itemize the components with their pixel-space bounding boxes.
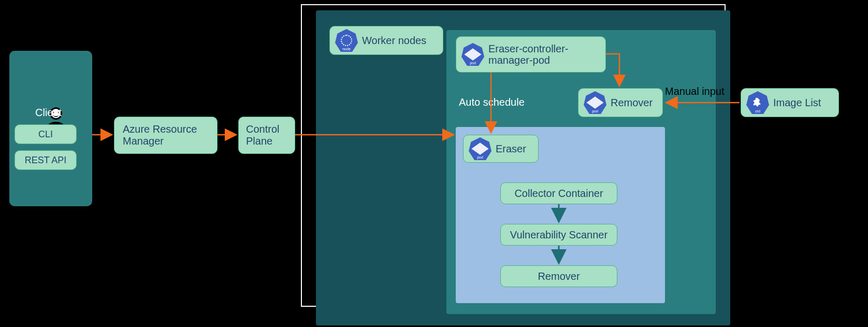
arm-box: Azure Resource Manager	[114, 117, 218, 154]
arm-label: Azure Resource Manager	[123, 123, 212, 147]
remover-pod-box: pod Remover	[578, 88, 663, 117]
control-plane-label: Control Plane	[246, 123, 290, 147]
restapi-box: REST API	[15, 150, 77, 170]
remover-step-box: Remover	[500, 265, 617, 287]
cli-box: CLI	[15, 124, 77, 144]
cli-label: CLI	[38, 129, 53, 140]
pod-icon: pod	[461, 43, 484, 66]
control-plane-box: Control Plane	[238, 117, 295, 154]
eraser-label: Eraser	[496, 143, 526, 155]
crd-icon: crd	[746, 91, 769, 114]
pod-icon: pod	[584, 91, 606, 114]
image-list-label: Image List	[773, 97, 821, 109]
client-panel: Client CLI REST API	[9, 51, 92, 206]
manual-input-label: Manual input	[665, 86, 725, 97]
remover-step-label: Remover	[538, 271, 580, 282]
vuln-label: Vulnerability Scanner	[510, 229, 607, 241]
pod-icon: pod	[469, 137, 491, 160]
node-icon: node	[335, 29, 358, 52]
collector-label: Collector Container	[514, 188, 603, 200]
auto-schedule-label: Auto schedule	[459, 96, 525, 108]
worker-nodes-box: node Worker nodes	[329, 26, 443, 55]
client-title: Client	[35, 107, 62, 119]
worker-nodes-label: Worker nodes	[362, 35, 426, 47]
vuln-box: Vulnerability Scanner	[500, 224, 617, 246]
eraser-controller-pod-label: Eraser-controller-manager-pod	[488, 43, 600, 66]
restapi-label: REST API	[25, 155, 67, 166]
collector-box: Collector Container	[500, 182, 617, 204]
remover-pod-label: Remover	[611, 97, 653, 109]
eraser-box: pod Eraser	[463, 135, 539, 163]
image-list-box: crd Image List	[741, 88, 839, 117]
eraser-controller-pod-box: pod Eraser-controller-manager-pod	[456, 36, 606, 73]
